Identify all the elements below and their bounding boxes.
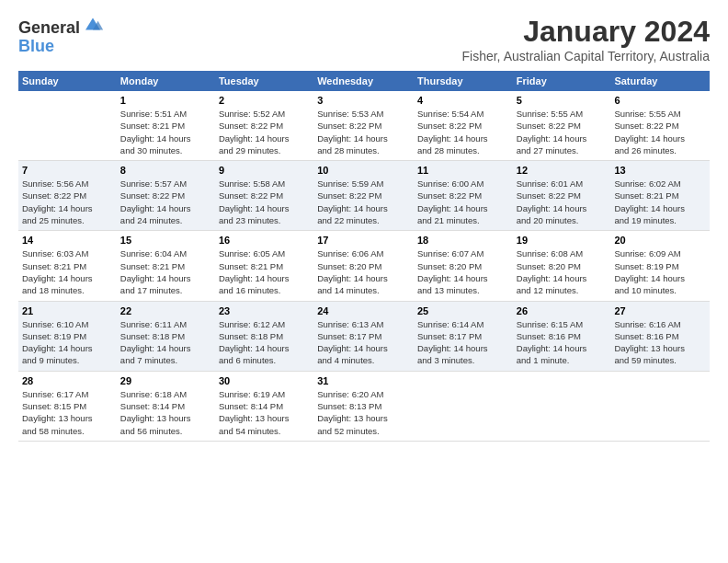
table-row: 7Sunrise: 5:56 AMSunset: 8:22 PMDaylight… xyxy=(18,161,710,231)
day-number: 22 xyxy=(120,305,211,316)
month-title: January 2024 xyxy=(462,15,711,49)
day-info: Sunrise: 6:16 AMSunset: 8:16 PMDaylight:… xyxy=(614,318,706,367)
list-item: 29Sunrise: 6:18 AMSunset: 8:14 PMDayligh… xyxy=(117,371,215,441)
day-info: Sunrise: 6:13 AMSunset: 8:17 PMDaylight:… xyxy=(317,318,410,367)
day-info: Sunrise: 5:54 AMSunset: 8:22 PMDaylight:… xyxy=(417,108,509,156)
day-number: 9 xyxy=(219,165,310,176)
day-info: Sunrise: 6:19 AMSunset: 8:14 PMDaylight:… xyxy=(219,388,310,437)
day-number: 20 xyxy=(614,235,706,246)
list-item: 30Sunrise: 6:19 AMSunset: 8:14 PMDayligh… xyxy=(215,371,313,441)
header: General Blue January 2024 Fisher, Austra… xyxy=(18,15,710,63)
list-item: 16Sunrise: 6:05 AMSunset: 8:21 PMDayligh… xyxy=(215,231,313,301)
list-item xyxy=(414,371,513,441)
list-item: 22Sunrise: 6:11 AMSunset: 8:18 PMDayligh… xyxy=(117,301,215,371)
logo-blue: Blue xyxy=(18,37,54,55)
day-info: Sunrise: 6:05 AMSunset: 8:21 PMDaylight:… xyxy=(219,247,310,296)
list-item: 31Sunrise: 6:20 AMSunset: 8:13 PMDayligh… xyxy=(313,371,414,441)
list-item: 4Sunrise: 5:54 AMSunset: 8:22 PMDaylight… xyxy=(414,91,513,161)
col-monday: Monday xyxy=(117,71,215,91)
col-wednesday: Wednesday xyxy=(313,71,414,91)
table-row: 1Sunrise: 5:51 AMSunset: 8:21 PMDaylight… xyxy=(18,91,710,161)
col-friday: Friday xyxy=(513,71,611,91)
day-info: Sunrise: 5:53 AMSunset: 8:22 PMDaylight:… xyxy=(317,108,410,156)
day-info: Sunrise: 6:14 AMSunset: 8:17 PMDaylight:… xyxy=(417,318,509,367)
day-number: 4 xyxy=(417,95,509,106)
logo-general: General xyxy=(18,18,80,37)
logo-icon xyxy=(82,15,104,33)
day-number: 13 xyxy=(614,165,706,176)
col-thursday: Thursday xyxy=(414,71,513,91)
day-info: Sunrise: 6:09 AMSunset: 8:19 PMDaylight:… xyxy=(614,247,706,296)
day-info: Sunrise: 6:02 AMSunset: 8:21 PMDaylight:… xyxy=(614,178,706,226)
day-info: Sunrise: 5:51 AMSunset: 8:21 PMDaylight:… xyxy=(120,108,211,156)
list-item: 25Sunrise: 6:14 AMSunset: 8:17 PMDayligh… xyxy=(414,301,513,371)
list-item: 24Sunrise: 6:13 AMSunset: 8:17 PMDayligh… xyxy=(313,301,414,371)
day-number: 17 xyxy=(317,235,410,246)
table-row: 28Sunrise: 6:17 AMSunset: 8:15 PMDayligh… xyxy=(18,371,710,441)
list-item: 18Sunrise: 6:07 AMSunset: 8:20 PMDayligh… xyxy=(414,231,513,301)
day-number: 24 xyxy=(317,305,410,316)
day-number: 30 xyxy=(219,375,310,386)
list-item: 11Sunrise: 6:00 AMSunset: 8:22 PMDayligh… xyxy=(414,161,513,231)
day-info: Sunrise: 6:20 AMSunset: 8:13 PMDaylight:… xyxy=(317,388,410,437)
day-number: 31 xyxy=(317,375,410,386)
list-item: 28Sunrise: 6:17 AMSunset: 8:15 PMDayligh… xyxy=(18,371,117,441)
day-info: Sunrise: 6:08 AMSunset: 8:20 PMDaylight:… xyxy=(517,247,608,296)
logo: General Blue xyxy=(18,15,104,56)
list-item: 2Sunrise: 5:52 AMSunset: 8:22 PMDaylight… xyxy=(215,91,313,161)
day-info: Sunrise: 6:17 AMSunset: 8:15 PMDaylight:… xyxy=(22,388,113,437)
list-item: 23Sunrise: 6:12 AMSunset: 8:18 PMDayligh… xyxy=(215,301,313,371)
calendar-table: Sunday Monday Tuesday Wednesday Thursday… xyxy=(18,71,710,442)
list-item: 26Sunrise: 6:15 AMSunset: 8:16 PMDayligh… xyxy=(513,301,611,371)
title-block: January 2024 Fisher, Australian Capital … xyxy=(462,15,711,63)
day-info: Sunrise: 6:15 AMSunset: 8:16 PMDaylight:… xyxy=(517,318,608,367)
list-item: 17Sunrise: 6:06 AMSunset: 8:20 PMDayligh… xyxy=(313,231,414,301)
day-number: 3 xyxy=(317,95,410,106)
list-item: 9Sunrise: 5:58 AMSunset: 8:22 PMDaylight… xyxy=(215,161,313,231)
table-row: 21Sunrise: 6:10 AMSunset: 8:19 PMDayligh… xyxy=(18,301,710,371)
col-tuesday: Tuesday xyxy=(215,71,313,91)
list-item: 19Sunrise: 6:08 AMSunset: 8:20 PMDayligh… xyxy=(513,231,611,301)
day-number: 12 xyxy=(517,165,608,176)
day-number: 8 xyxy=(120,165,211,176)
day-number: 28 xyxy=(22,375,113,386)
day-info: Sunrise: 6:18 AMSunset: 8:14 PMDaylight:… xyxy=(120,388,211,437)
list-item: 10Sunrise: 5:59 AMSunset: 8:22 PMDayligh… xyxy=(313,161,414,231)
list-item: 27Sunrise: 6:16 AMSunset: 8:16 PMDayligh… xyxy=(610,301,710,371)
header-row: Sunday Monday Tuesday Wednesday Thursday… xyxy=(18,71,710,91)
day-number: 10 xyxy=(317,165,410,176)
day-number: 5 xyxy=(517,95,608,106)
list-item: 21Sunrise: 6:10 AMSunset: 8:19 PMDayligh… xyxy=(18,301,117,371)
day-number: 14 xyxy=(22,235,113,246)
list-item: 3Sunrise: 5:53 AMSunset: 8:22 PMDaylight… xyxy=(313,91,414,161)
list-item xyxy=(18,91,117,161)
list-item: 8Sunrise: 5:57 AMSunset: 8:22 PMDaylight… xyxy=(117,161,215,231)
day-info: Sunrise: 5:55 AMSunset: 8:22 PMDaylight:… xyxy=(614,108,706,156)
day-info: Sunrise: 6:06 AMSunset: 8:20 PMDaylight:… xyxy=(317,247,410,296)
day-info: Sunrise: 5:59 AMSunset: 8:22 PMDaylight:… xyxy=(317,178,410,226)
col-saturday: Saturday xyxy=(610,71,710,91)
day-number: 18 xyxy=(417,235,509,246)
day-number: 27 xyxy=(614,305,706,316)
day-number: 21 xyxy=(22,305,113,316)
day-info: Sunrise: 6:01 AMSunset: 8:22 PMDaylight:… xyxy=(517,178,608,226)
day-number: 7 xyxy=(22,165,113,176)
day-info: Sunrise: 6:12 AMSunset: 8:18 PMDaylight:… xyxy=(219,318,310,367)
list-item: 20Sunrise: 6:09 AMSunset: 8:19 PMDayligh… xyxy=(610,231,710,301)
location-title: Fisher, Australian Capital Territory, Au… xyxy=(462,49,711,63)
day-info: Sunrise: 6:10 AMSunset: 8:19 PMDaylight:… xyxy=(22,318,113,367)
page: General Blue January 2024 Fisher, Austra… xyxy=(0,0,728,451)
day-info: Sunrise: 6:04 AMSunset: 8:21 PMDaylight:… xyxy=(120,247,211,296)
day-number: 6 xyxy=(614,95,706,106)
day-info: Sunrise: 5:55 AMSunset: 8:22 PMDaylight:… xyxy=(517,108,608,156)
day-number: 16 xyxy=(219,235,310,246)
day-number: 29 xyxy=(120,375,211,386)
list-item: 14Sunrise: 6:03 AMSunset: 8:21 PMDayligh… xyxy=(18,231,117,301)
day-info: Sunrise: 6:07 AMSunset: 8:20 PMDaylight:… xyxy=(417,247,509,296)
day-info: Sunrise: 6:11 AMSunset: 8:18 PMDaylight:… xyxy=(120,318,211,367)
day-number: 11 xyxy=(417,165,509,176)
list-item: 7Sunrise: 5:56 AMSunset: 8:22 PMDaylight… xyxy=(18,161,117,231)
day-info: Sunrise: 5:52 AMSunset: 8:22 PMDaylight:… xyxy=(219,108,310,156)
day-info: Sunrise: 5:56 AMSunset: 8:22 PMDaylight:… xyxy=(22,178,113,226)
day-number: 1 xyxy=(120,95,211,106)
